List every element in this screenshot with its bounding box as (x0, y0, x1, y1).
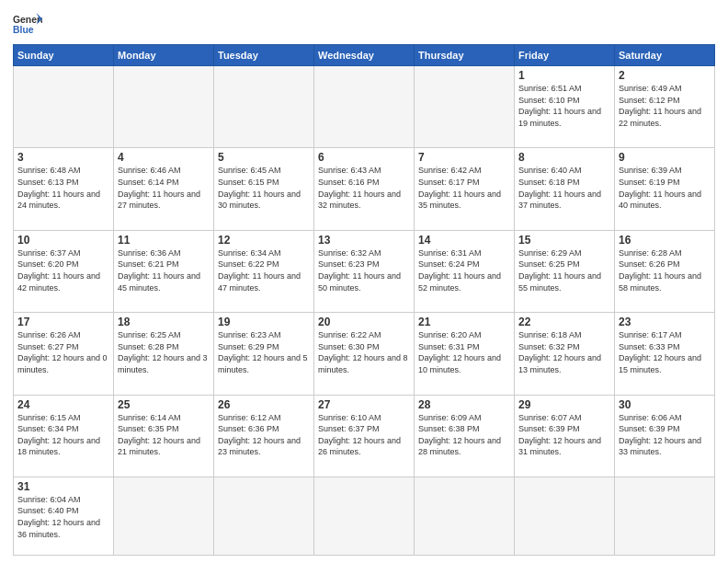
day-info: Sunrise: 6:20 AM Sunset: 6:31 PM Dayligh… (418, 329, 510, 375)
day-info: Sunrise: 6:34 AM Sunset: 6:22 PM Dayligh… (218, 247, 310, 293)
day-cell (515, 477, 615, 555)
day-cell: 2Sunrise: 6:49 AM Sunset: 6:12 PM Daylig… (615, 66, 715, 148)
day-cell (314, 477, 415, 555)
day-info: Sunrise: 6:12 AM Sunset: 6:36 PM Dayligh… (218, 412, 310, 458)
week-row-5: 24Sunrise: 6:15 AM Sunset: 6:34 PM Dayli… (14, 395, 715, 477)
day-number: 30 (619, 398, 711, 411)
day-number: 5 (218, 151, 310, 164)
day-info: Sunrise: 6:28 AM Sunset: 6:26 PM Dayligh… (619, 247, 711, 293)
day-info: Sunrise: 6:18 AM Sunset: 6:32 PM Dayligh… (518, 329, 610, 375)
day-info: Sunrise: 6:26 AM Sunset: 6:27 PM Dayligh… (17, 329, 109, 375)
day-cell: 7Sunrise: 6:42 AM Sunset: 6:17 PM Daylig… (415, 148, 515, 230)
day-cell: 31Sunrise: 6:04 AM Sunset: 6:40 PM Dayli… (14, 477, 114, 555)
day-info: Sunrise: 6:42 AM Sunset: 6:17 PM Dayligh… (418, 165, 510, 211)
day-number: 21 (418, 316, 510, 328)
weekday-header-friday: Friday (515, 45, 615, 66)
svg-text:Blue: Blue (13, 25, 34, 35)
day-cell: 30Sunrise: 6:06 AM Sunset: 6:39 PM Dayli… (615, 395, 715, 477)
day-info: Sunrise: 6:10 AM Sunset: 6:37 PM Dayligh… (318, 412, 410, 458)
day-cell: 25Sunrise: 6:14 AM Sunset: 6:35 PM Dayli… (114, 395, 214, 477)
day-info: Sunrise: 6:45 AM Sunset: 6:15 PM Dayligh… (218, 165, 310, 211)
day-cell (415, 477, 515, 555)
day-cell: 4Sunrise: 6:46 AM Sunset: 6:14 PM Daylig… (114, 148, 214, 230)
day-info: Sunrise: 6:23 AM Sunset: 6:29 PM Dayligh… (218, 329, 310, 375)
day-number: 12 (218, 234, 310, 247)
day-number: 8 (518, 151, 610, 164)
svg-text:General: General (13, 15, 42, 25)
day-number: 22 (518, 316, 610, 328)
day-number: 1 (518, 69, 610, 82)
day-number: 17 (17, 316, 109, 328)
day-number: 27 (318, 398, 410, 411)
weekday-header-thursday: Thursday (415, 45, 515, 66)
day-info: Sunrise: 6:17 AM Sunset: 6:33 PM Dayligh… (619, 329, 711, 375)
day-info: Sunrise: 6:09 AM Sunset: 6:38 PM Dayligh… (418, 412, 510, 458)
day-info: Sunrise: 6:07 AM Sunset: 6:39 PM Dayligh… (518, 412, 610, 458)
day-number: 11 (118, 234, 210, 247)
weekday-header-tuesday: Tuesday (214, 45, 314, 66)
day-info: Sunrise: 6:22 AM Sunset: 6:30 PM Dayligh… (318, 329, 410, 375)
day-cell: 11Sunrise: 6:36 AM Sunset: 6:21 PM Dayli… (114, 230, 214, 312)
day-cell: 6Sunrise: 6:43 AM Sunset: 6:16 PM Daylig… (314, 148, 415, 230)
day-number: 16 (619, 234, 711, 247)
weekday-header-monday: Monday (114, 45, 214, 66)
day-number: 28 (418, 398, 510, 411)
day-cell: 13Sunrise: 6:32 AM Sunset: 6:23 PM Dayli… (314, 230, 415, 312)
day-number: 20 (318, 316, 410, 328)
day-cell: 16Sunrise: 6:28 AM Sunset: 6:26 PM Dayli… (615, 230, 715, 312)
day-number: 24 (17, 398, 109, 411)
week-row-4: 17Sunrise: 6:26 AM Sunset: 6:27 PM Dayli… (14, 313, 715, 395)
day-info: Sunrise: 6:46 AM Sunset: 6:14 PM Dayligh… (118, 165, 210, 211)
day-cell: 22Sunrise: 6:18 AM Sunset: 6:32 PM Dayli… (515, 313, 615, 395)
day-cell: 15Sunrise: 6:29 AM Sunset: 6:25 PM Dayli… (515, 230, 615, 312)
day-cell (114, 477, 214, 555)
day-number: 31 (17, 480, 109, 493)
day-cell: 23Sunrise: 6:17 AM Sunset: 6:33 PM Dayli… (615, 313, 715, 395)
day-cell: 21Sunrise: 6:20 AM Sunset: 6:31 PM Dayli… (415, 313, 515, 395)
day-number: 19 (218, 316, 310, 328)
day-info: Sunrise: 6:51 AM Sunset: 6:10 PM Dayligh… (518, 83, 610, 129)
weekday-header-saturday: Saturday (615, 45, 715, 66)
header: General Blue (13, 11, 715, 37)
day-cell: 3Sunrise: 6:48 AM Sunset: 6:13 PM Daylig… (14, 148, 114, 230)
logo: General Blue (13, 11, 42, 37)
weekday-header-wednesday: Wednesday (314, 45, 415, 66)
day-number: 26 (218, 398, 310, 411)
day-info: Sunrise: 6:25 AM Sunset: 6:28 PM Dayligh… (118, 329, 210, 375)
week-row-2: 3Sunrise: 6:48 AM Sunset: 6:13 PM Daylig… (14, 148, 715, 230)
day-cell (114, 66, 214, 148)
day-number: 15 (518, 234, 610, 247)
day-cell: 10Sunrise: 6:37 AM Sunset: 6:20 PM Dayli… (14, 230, 114, 312)
day-number: 13 (318, 234, 410, 247)
day-cell: 14Sunrise: 6:31 AM Sunset: 6:24 PM Dayli… (415, 230, 515, 312)
day-cell: 28Sunrise: 6:09 AM Sunset: 6:38 PM Dayli… (415, 395, 515, 477)
day-info: Sunrise: 6:43 AM Sunset: 6:16 PM Dayligh… (318, 165, 410, 211)
weekday-header-row: SundayMondayTuesdayWednesdayThursdayFrid… (14, 45, 715, 66)
day-cell: 26Sunrise: 6:12 AM Sunset: 6:36 PM Dayli… (214, 395, 314, 477)
day-cell (314, 66, 415, 148)
day-cell: 27Sunrise: 6:10 AM Sunset: 6:37 PM Dayli… (314, 395, 415, 477)
day-number: 6 (318, 151, 410, 164)
day-cell (214, 66, 314, 148)
day-info: Sunrise: 6:32 AM Sunset: 6:23 PM Dayligh… (318, 247, 410, 293)
day-number: 18 (118, 316, 210, 328)
day-cell: 12Sunrise: 6:34 AM Sunset: 6:22 PM Dayli… (214, 230, 314, 312)
day-number: 23 (619, 316, 711, 328)
weekday-header-sunday: Sunday (14, 45, 114, 66)
day-info: Sunrise: 6:29 AM Sunset: 6:25 PM Dayligh… (518, 247, 610, 293)
generalblue-logo-icon: General Blue (13, 11, 42, 37)
day-info: Sunrise: 6:40 AM Sunset: 6:18 PM Dayligh… (518, 165, 610, 211)
day-cell: 19Sunrise: 6:23 AM Sunset: 6:29 PM Dayli… (214, 313, 314, 395)
day-number: 2 (619, 69, 711, 82)
week-row-6: 31Sunrise: 6:04 AM Sunset: 6:40 PM Dayli… (14, 477, 715, 555)
day-info: Sunrise: 6:06 AM Sunset: 6:39 PM Dayligh… (619, 412, 711, 458)
day-info: Sunrise: 6:37 AM Sunset: 6:20 PM Dayligh… (17, 247, 109, 293)
day-cell: 29Sunrise: 6:07 AM Sunset: 6:39 PM Dayli… (515, 395, 615, 477)
day-number: 29 (518, 398, 610, 411)
day-number: 14 (418, 234, 510, 247)
week-row-3: 10Sunrise: 6:37 AM Sunset: 6:20 PM Dayli… (14, 230, 715, 312)
day-number: 3 (17, 151, 109, 164)
day-cell: 17Sunrise: 6:26 AM Sunset: 6:27 PM Dayli… (14, 313, 114, 395)
calendar-table: SundayMondayTuesdayWednesdayThursdayFrid… (13, 44, 715, 556)
day-number: 4 (118, 151, 210, 164)
